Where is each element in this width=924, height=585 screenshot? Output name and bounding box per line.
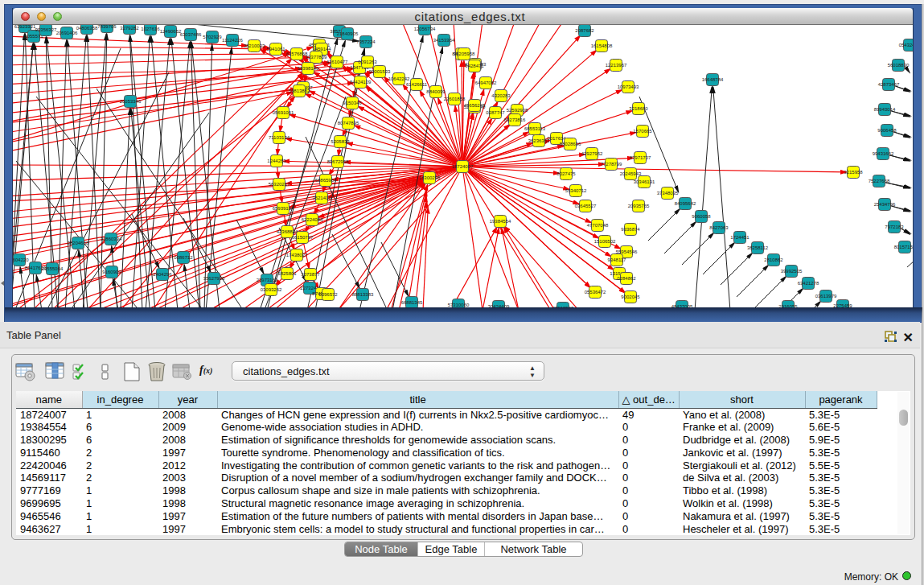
svg-text:32860334: 32860334 xyxy=(101,237,122,241)
svg-text:9348117: 9348117 xyxy=(608,257,627,262)
svg-text:05432463: 05432463 xyxy=(899,43,913,47)
svg-text:87971707: 87971707 xyxy=(630,155,651,160)
svg-text:04806358: 04806358 xyxy=(76,26,98,31)
svg-text:25434796: 25434796 xyxy=(874,202,896,207)
svg-text:5702929: 5702929 xyxy=(203,35,222,39)
svg-text:05691061: 05691061 xyxy=(273,110,294,115)
svg-text:80157150: 80157150 xyxy=(894,245,913,249)
svg-text:1570665: 1570665 xyxy=(633,129,652,134)
svg-text:17438027: 17438027 xyxy=(286,253,308,257)
svg-text:99356327: 99356327 xyxy=(35,27,57,32)
svg-text:39992505: 39992505 xyxy=(781,269,803,274)
svg-text:41610477: 41610477 xyxy=(326,60,348,64)
svg-text:0086712: 0086712 xyxy=(174,255,193,260)
svg-text:35627915: 35627915 xyxy=(203,276,225,281)
svg-text:63421278: 63421278 xyxy=(798,281,819,286)
svg-text:61426611: 61426611 xyxy=(406,82,428,87)
svg-text:05536472: 05536472 xyxy=(585,290,606,295)
svg-text:34153364: 34153364 xyxy=(433,38,455,43)
svg-text:3073877: 3073877 xyxy=(301,272,320,277)
svg-text:8840099: 8840099 xyxy=(426,89,446,94)
svg-text:7357224: 7357224 xyxy=(356,39,376,44)
svg-text:99001533: 99001533 xyxy=(369,69,391,74)
svg-text:2404296: 2404296 xyxy=(153,272,172,277)
svg-text:4320283: 4320283 xyxy=(491,93,511,98)
svg-text:58028696: 58028696 xyxy=(560,142,581,146)
svg-text:8427063: 8427063 xyxy=(709,225,729,230)
svg-text:9150346: 9150346 xyxy=(343,101,362,105)
svg-text:21840905: 21840905 xyxy=(337,31,359,36)
svg-text:56018830: 56018830 xyxy=(888,63,910,68)
svg-text:37348035: 37348035 xyxy=(657,191,679,196)
svg-text:16154808: 16154808 xyxy=(591,43,613,48)
svg-text:12056734: 12056734 xyxy=(414,27,436,31)
svg-text:42927952: 42927952 xyxy=(581,151,603,156)
svg-text:2275459: 2275459 xyxy=(833,303,852,307)
svg-text:20245943: 20245943 xyxy=(620,171,642,176)
svg-text:22601858: 22601858 xyxy=(444,97,466,101)
svg-text:03613979: 03613979 xyxy=(815,294,837,299)
svg-text:11124226: 11124226 xyxy=(222,38,243,43)
svg-text:23973169: 23973169 xyxy=(257,278,278,282)
svg-text:18300295: 18300295 xyxy=(419,175,441,180)
svg-text:15106502: 15106502 xyxy=(594,239,616,244)
svg-text:58398146: 58398146 xyxy=(298,66,319,71)
svg-text:38204668: 38204668 xyxy=(68,241,89,245)
svg-text:5205833: 5205833 xyxy=(331,139,350,144)
svg-text:10642242: 10642242 xyxy=(388,76,410,81)
svg-text:84424109: 84424109 xyxy=(350,80,372,84)
svg-text:20691406: 20691406 xyxy=(56,31,78,35)
svg-text:9002045: 9002045 xyxy=(621,295,640,299)
svg-text:20935765: 20935765 xyxy=(628,204,650,208)
svg-text:2916055: 2916055 xyxy=(778,304,798,307)
svg-text:88813383: 88813383 xyxy=(352,292,374,297)
svg-text:9604220: 9604220 xyxy=(13,257,29,262)
svg-text:63923321: 63923321 xyxy=(14,25,36,29)
svg-text:7839705: 7839705 xyxy=(97,25,117,29)
svg-text:84095642: 84095642 xyxy=(675,201,696,206)
svg-text:1027616: 1027616 xyxy=(141,27,160,31)
svg-text:66150737: 66150737 xyxy=(292,235,314,240)
svg-text:57310060: 57310060 xyxy=(448,303,470,307)
svg-text:71103134: 71103134 xyxy=(269,135,290,140)
svg-text:3521410: 3521410 xyxy=(312,196,331,200)
svg-text:65939194: 65939194 xyxy=(273,206,294,211)
svg-text:42368824: 42368824 xyxy=(277,229,298,234)
svg-text:2087682: 2087682 xyxy=(575,28,594,33)
svg-text:3215958: 3215958 xyxy=(844,170,863,175)
svg-text:99431662: 99431662 xyxy=(873,151,894,156)
svg-text:30346191: 30346191 xyxy=(634,179,655,184)
svg-text:20053346: 20053346 xyxy=(120,99,142,104)
svg-text:9060058: 9060058 xyxy=(692,214,711,219)
svg-text:9160903: 9160903 xyxy=(102,270,121,274)
svg-text:5941061: 5941061 xyxy=(266,47,285,51)
svg-text:12490652: 12490652 xyxy=(160,29,182,34)
svg-text:38210023: 38210023 xyxy=(244,43,265,48)
svg-text:55340712: 55340712 xyxy=(565,188,587,193)
svg-text:19384554: 19384554 xyxy=(490,219,511,224)
svg-text:43512562: 43512562 xyxy=(552,306,574,307)
svg-text:93377809: 93377809 xyxy=(306,55,327,60)
svg-text:1724451: 1724451 xyxy=(730,235,749,240)
svg-text:42873467: 42873467 xyxy=(878,82,900,87)
svg-text:03645527: 03645527 xyxy=(575,204,597,208)
svg-text:2810862: 2810862 xyxy=(764,257,783,262)
svg-text:38258112: 38258112 xyxy=(747,245,769,250)
svg-text:18724007: 18724007 xyxy=(452,164,474,169)
svg-text:0287747: 0287747 xyxy=(486,110,505,115)
svg-text:0091263: 0091263 xyxy=(358,60,377,64)
svg-text:7972183: 7972183 xyxy=(885,225,904,229)
svg-text:89943014: 89943014 xyxy=(874,107,896,112)
svg-text:59813862: 59813862 xyxy=(289,89,310,93)
svg-text:16648784: 16648784 xyxy=(702,77,724,82)
svg-text:47707048: 47707048 xyxy=(587,223,609,228)
svg-text:75227668: 75227668 xyxy=(869,179,890,183)
svg-text:0396572: 0396572 xyxy=(318,292,338,297)
svg-text:10973493: 10973493 xyxy=(618,84,639,89)
svg-text:52592908: 52592908 xyxy=(507,108,528,113)
svg-text:3218680: 3218680 xyxy=(629,106,648,111)
svg-text:5825801: 5825801 xyxy=(277,271,297,276)
svg-text:63037486: 63037486 xyxy=(180,32,202,37)
svg-text:8027475: 8027475 xyxy=(556,171,576,176)
svg-text:9336874: 9336874 xyxy=(621,227,640,232)
